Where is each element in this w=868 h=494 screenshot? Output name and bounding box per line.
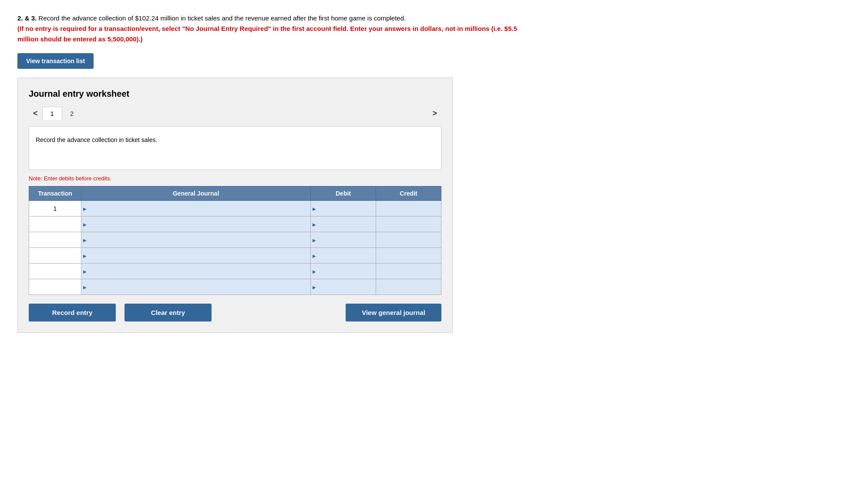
- bottom-buttons: Record entry Clear entry View general jo…: [29, 304, 441, 321]
- debit-input[interactable]: [311, 248, 376, 263]
- worksheet-title: Journal entry worksheet: [29, 89, 441, 99]
- general-journal-input[interactable]: [81, 264, 310, 279]
- general-journal-cell[interactable]: [81, 201, 311, 217]
- transaction-cell: [29, 232, 81, 248]
- question-number: 2. & 3.: [17, 14, 37, 22]
- col-header-debit: Debit: [311, 186, 376, 201]
- table-row: [29, 264, 441, 279]
- debit-input[interactable]: [311, 201, 376, 216]
- credit-cell[interactable]: [376, 264, 441, 279]
- general-journal-cell[interactable]: [81, 279, 311, 295]
- question-red-text: (If no entry is required for a transacti…: [17, 25, 517, 43]
- worksheet-container: Journal entry worksheet < 1 2 > Record t…: [17, 78, 453, 333]
- general-journal-cell[interactable]: [81, 264, 311, 279]
- debit-cell[interactable]: [311, 264, 376, 279]
- table-header-row: Transaction General Journal Debit Credit: [29, 186, 441, 201]
- transaction-cell: [29, 264, 81, 279]
- debit-input[interactable]: [311, 217, 376, 232]
- tab-2[interactable]: 2: [62, 107, 81, 120]
- debit-cell[interactable]: [311, 217, 376, 232]
- credit-input[interactable]: [376, 201, 441, 216]
- transaction-cell: 1: [29, 201, 81, 217]
- col-header-credit: Credit: [376, 186, 441, 201]
- table-row: [29, 248, 441, 264]
- credit-cell[interactable]: [376, 279, 441, 295]
- credit-cell[interactable]: [376, 201, 441, 217]
- table-row: [29, 279, 441, 295]
- note-text: Note: Enter debits before credits.: [29, 175, 441, 182]
- credit-input[interactable]: [376, 264, 441, 279]
- credit-input[interactable]: [376, 232, 441, 247]
- general-journal-input[interactable]: [81, 217, 310, 232]
- general-journal-input[interactable]: [81, 201, 310, 216]
- credit-cell[interactable]: [376, 217, 441, 232]
- debit-cell[interactable]: [311, 279, 376, 295]
- description-box: Record the advance collection in ticket …: [29, 126, 441, 170]
- credit-cell[interactable]: [376, 232, 441, 248]
- clear-entry-button[interactable]: Clear entry: [124, 304, 212, 321]
- general-journal-cell[interactable]: [81, 217, 311, 232]
- general-journal-input[interactable]: [81, 279, 310, 294]
- table-row: 1: [29, 201, 441, 217]
- question-main-text: Record the advance collection of $102.24…: [38, 14, 406, 22]
- general-journal-cell[interactable]: [81, 232, 311, 248]
- prev-tab-arrow[interactable]: <: [29, 107, 42, 120]
- next-tab-arrow[interactable]: >: [428, 107, 441, 120]
- col-header-journal: General Journal: [81, 186, 311, 201]
- credit-input[interactable]: [376, 248, 441, 263]
- debit-cell[interactable]: [311, 248, 376, 264]
- debit-input[interactable]: [311, 264, 376, 279]
- view-transaction-button[interactable]: View transaction list: [17, 53, 94, 69]
- debit-input[interactable]: [311, 232, 376, 247]
- credit-input[interactable]: [376, 279, 441, 294]
- general-journal-input[interactable]: [81, 248, 310, 263]
- transaction-cell: [29, 217, 81, 232]
- description-text: Record the advance collection in ticket …: [36, 136, 157, 143]
- general-journal-cell[interactable]: [81, 248, 311, 264]
- view-general-journal-button[interactable]: View general journal: [346, 304, 441, 321]
- tab-navigation: < 1 2 >: [29, 107, 441, 120]
- question-section: 2. & 3. Record the advance collection of…: [17, 13, 851, 44]
- record-entry-button[interactable]: Record entry: [29, 304, 116, 321]
- debit-cell[interactable]: [311, 232, 376, 248]
- transaction-cell: [29, 279, 81, 295]
- debit-input[interactable]: [311, 279, 376, 294]
- tab-1[interactable]: 1: [42, 107, 62, 120]
- col-header-transaction: Transaction: [29, 186, 81, 201]
- journal-table: Transaction General Journal Debit Credit…: [29, 186, 441, 295]
- credit-cell[interactable]: [376, 248, 441, 264]
- transaction-cell: [29, 248, 81, 264]
- table-row: [29, 232, 441, 248]
- debit-cell[interactable]: [311, 201, 376, 217]
- general-journal-input[interactable]: [81, 232, 310, 247]
- credit-input[interactable]: [376, 217, 441, 232]
- table-row: [29, 217, 441, 232]
